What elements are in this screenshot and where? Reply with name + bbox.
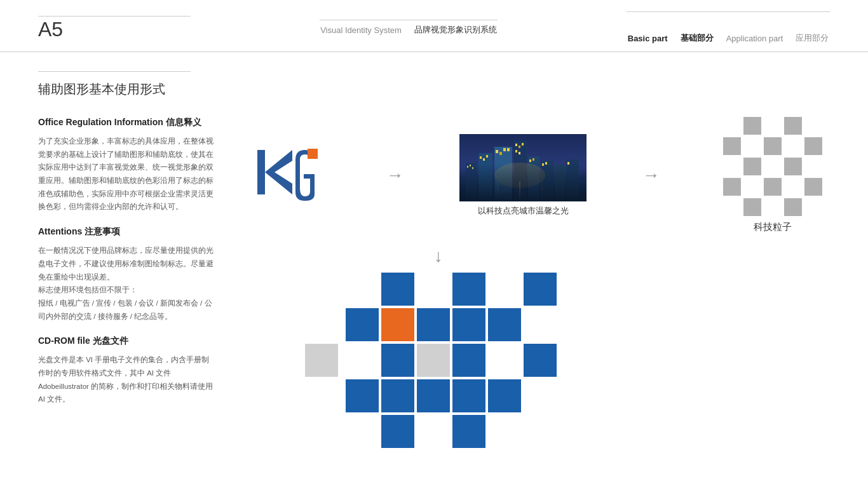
particle-cell (743, 158, 761, 175)
svg-rect-9 (478, 153, 492, 201)
svg-rect-24 (528, 156, 539, 201)
nav-app-cn[interactable]: 应用部分 (796, 32, 829, 44)
arrow-right-2: → (635, 165, 667, 186)
header-nav: Basic part 基础部分 Application part 应用部分 (628, 32, 829, 44)
particles-caption: 科技粒子 (754, 221, 792, 233)
svg-rect-12 (486, 155, 488, 158)
grid-cell-orange (381, 308, 414, 341)
grid-cell-empty (524, 379, 557, 412)
svg-rect-32 (567, 162, 569, 165)
svg-rect-0 (257, 150, 265, 194)
svg-rect-22 (515, 150, 517, 152)
svg-rect-18 (514, 140, 527, 201)
svg-rect-20 (519, 146, 520, 148)
particle-cell (784, 117, 802, 135)
particle-cell (723, 117, 741, 135)
particle-cell (804, 137, 822, 155)
nav-basic-cn[interactable]: 基础部分 (681, 32, 714, 44)
svg-rect-8 (472, 167, 473, 169)
particle-cell (804, 117, 822, 135)
left-column: Office Regulation Information 信息释义 为了充实企… (38, 117, 216, 448)
particle-cell (784, 158, 802, 175)
svg-rect-25 (529, 159, 531, 162)
particle-cell (723, 178, 741, 196)
header-title-cn: 品牌视觉形象识别系统 (414, 24, 497, 36)
svg-rect-29 (545, 162, 547, 165)
section-3-title: CD-ROM file 光盘文件 (38, 336, 216, 347)
grid-cell-blue (488, 308, 521, 341)
grid-cell-empty (524, 308, 557, 341)
section-2-title: Attentions 注意事项 (38, 226, 216, 238)
grid-cell-blue (524, 273, 557, 306)
particle-cell (804, 158, 822, 175)
city-photo (459, 134, 587, 201)
svg-rect-10 (480, 156, 482, 159)
city-photo-box: 以科技点亮城市温馨之光 (459, 134, 587, 217)
grid-cell-blue (488, 379, 521, 412)
svg-rect-17 (507, 148, 510, 151)
logo-box (241, 137, 330, 214)
particle-cell (764, 158, 782, 175)
svg-rect-19 (515, 144, 517, 146)
svg-rect-11 (483, 158, 485, 161)
header-center-line (320, 20, 498, 20)
header-title-row: Visual Identity System 品牌视觉形象识别系统 (320, 24, 497, 36)
subtitle-line (38, 71, 191, 72)
svg-rect-5 (466, 163, 477, 201)
svg-point-33 (494, 163, 545, 188)
gray-sample-box (305, 344, 338, 377)
grid-cell-empty (346, 344, 379, 377)
city-caption: 以科技点亮城市温馨之光 (478, 205, 569, 217)
section-1-title: Office Regulation Information 信息释义 (38, 117, 216, 128)
page-number: A5 (38, 19, 191, 39)
big-color-grid (346, 273, 557, 448)
particle-cell (723, 198, 741, 216)
nav-basic-en[interactable]: Basic part (628, 34, 668, 43)
grid-cell-blue (452, 273, 485, 306)
grid-cell-blue (346, 379, 379, 412)
grid-cell-empty (346, 273, 379, 306)
header-left: A5 (38, 16, 191, 39)
grid-cell-empty (488, 344, 521, 377)
particle-cell (743, 178, 761, 196)
color-grid-container (305, 273, 557, 448)
svg-rect-31 (566, 159, 579, 201)
grid-cell-empty (417, 415, 450, 448)
arrow-right-1: → (379, 165, 411, 186)
grid-cell-blue (381, 273, 414, 306)
particle-cell (784, 198, 802, 216)
grid-cell-blue (452, 308, 485, 341)
grid-cell-gray (417, 344, 450, 377)
svg-rect-23 (519, 152, 520, 154)
particle-cell (723, 137, 741, 155)
kg-logo-svg (254, 147, 318, 204)
grid-cell-empty (346, 415, 379, 448)
svg-rect-6 (467, 166, 468, 168)
subtitle-area: 辅助图形基本使用形式 (0, 52, 868, 104)
svg-rect-21 (522, 143, 524, 146)
arrow-right-icon-1: → (386, 165, 404, 186)
grid-cell-blue (346, 308, 379, 341)
grid-cell-blue (524, 344, 557, 377)
grid-cell-blue (381, 344, 414, 377)
grid-cell-blue (452, 344, 485, 377)
particle-cell (764, 137, 782, 155)
header-right-line (627, 11, 830, 12)
grid-cell-empty (488, 415, 521, 448)
nav-app-en[interactable]: Application part (726, 34, 783, 43)
particle-cell (764, 117, 782, 135)
arrow-down-icon: ↓ (434, 246, 443, 266)
header: A5 Visual Identity System 品牌视觉形象识别系统 Bas… (0, 0, 868, 52)
arrow-right-icon-2: → (642, 165, 660, 186)
right-column: → (241, 117, 830, 448)
particle-cell (764, 198, 782, 216)
svg-rect-4 (459, 180, 587, 201)
particle-cell (764, 178, 782, 196)
header-title-en: Visual Identity System (320, 25, 402, 35)
particle-cell (743, 137, 761, 155)
svg-rect-2 (308, 149, 318, 159)
section-3-body: 光盘文件是本 VI 手册电子文件的集合，内含手册制作时的专用软件格式文件，其中 … (38, 353, 216, 406)
particles-grid (723, 117, 822, 216)
particle-cell (743, 117, 761, 135)
header-right: Basic part 基础部分 Application part 应用部分 (627, 11, 830, 44)
